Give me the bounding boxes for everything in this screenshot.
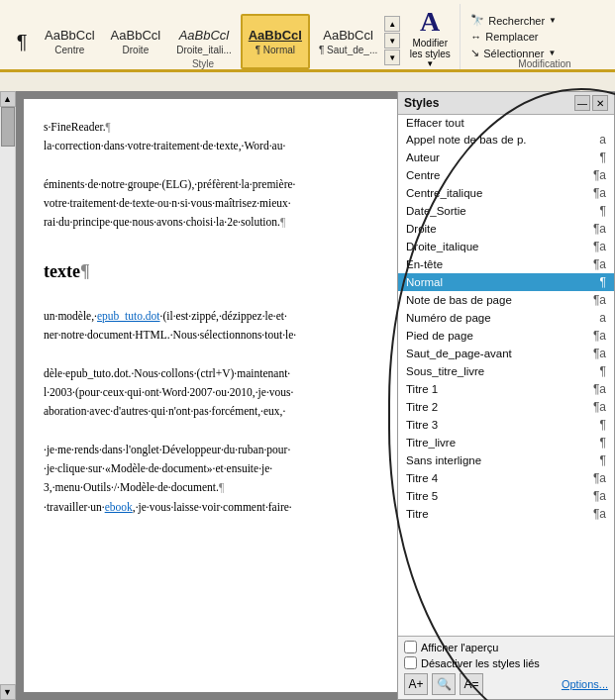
- styles-list-item[interactable]: Sous_titre_livre¶: [398, 362, 614, 380]
- styles-list[interactable]: Effacer toutAppel note de bas de p.aAute…: [398, 115, 614, 636]
- ribbon-scroll-expand[interactable]: ▼: [384, 50, 400, 65]
- style-item-indicator: ¶a: [593, 240, 606, 253]
- styles-list-item[interactable]: Titre 5¶a: [398, 487, 614, 505]
- style-item-indicator: ¶a: [593, 186, 606, 200]
- style-item-label: Numéro de page: [406, 312, 491, 324]
- modifier-dropdown-icon: ▼: [426, 59, 434, 68]
- style-item-indicator: ¶a: [593, 222, 606, 236]
- styles-list-item[interactable]: Titre 4¶a: [398, 469, 614, 487]
- style-item-label: Droite: [406, 223, 437, 235]
- scroll-down-arrow[interactable]: ▼: [0, 684, 16, 700]
- scroll-thumb[interactable]: [1, 107, 15, 147]
- panel-close-btn[interactable]: ✕: [592, 95, 608, 111]
- remplacer-btn[interactable]: ↔ Remplacer: [468, 30, 559, 44]
- style-item-indicator: ¶a: [593, 400, 606, 414]
- new-style-icon: A+: [408, 677, 423, 691]
- style-preview-saut: AaBbCcl: [323, 28, 373, 44]
- style-item-label: Saut_de_page-avant: [406, 348, 512, 359]
- rechercher-btn[interactable]: 🔭 Rechercher ▼: [468, 13, 559, 28]
- styles-panel-header: Styles — ✕: [398, 92, 614, 115]
- style-item-label: Date_Sortie: [406, 205, 466, 217]
- ribbon: ¶ AaBbCcl Centre AaBbCcl Droite AaBbCcl …: [0, 0, 615, 71]
- rechercher-label: Rechercher: [488, 15, 545, 27]
- style-name-droite-italique: Droite_itali...: [176, 45, 232, 55]
- epub-link[interactable]: epub_tuto.dot: [97, 310, 160, 322]
- style-item-label: Titre 2: [406, 401, 438, 413]
- style-name-normal: ¶ Normal: [256, 45, 295, 55]
- style-item-label: Centre: [406, 169, 441, 181]
- styles-list-item[interactable]: Centre¶a: [398, 166, 614, 184]
- styles-list-item[interactable]: Titre_livre¶: [398, 434, 614, 451]
- replace-icon: ↔: [470, 31, 481, 43]
- styles-list-item[interactable]: Date_Sortie¶: [398, 202, 614, 220]
- style-item-label: Appel note de bas de p.: [406, 134, 527, 146]
- styles-list-item[interactable]: En-tête¶a: [398, 255, 614, 273]
- styles-list-item[interactable]: Effacer tout: [398, 115, 614, 131]
- style-item-label: Titre 1: [406, 383, 438, 395]
- styles-list-item[interactable]: Pied de page¶a: [398, 327, 614, 345]
- styles-list-item[interactable]: Droite¶a: [398, 220, 614, 238]
- style-item-label: Auteur: [406, 151, 440, 163]
- new-style-btn[interactable]: A+: [404, 673, 428, 695]
- styles-footer-buttons: A+ 🔍 A= Options...: [404, 673, 608, 695]
- styles-list-item[interactable]: Normal¶: [398, 273, 614, 291]
- style-item-indicator: ¶: [600, 453, 606, 467]
- disable-styles-checkbox-input[interactable]: [404, 656, 417, 669]
- styles-list-item[interactable]: Titre¶a: [398, 505, 614, 523]
- scroll-track: [0, 107, 15, 684]
- style-item-indicator: ¶a: [593, 489, 606, 503]
- disable-styles-checkbox[interactable]: Désactiver les styles liés: [404, 656, 608, 669]
- style-item-label: Titre_livre: [406, 437, 456, 449]
- style-item-indicator: ¶a: [593, 347, 606, 360]
- ribbon-scroll-up[interactable]: ▲: [384, 16, 400, 32]
- selectionner-label: Sélectionner: [483, 48, 544, 59]
- ribbon-modifier-btn[interactable]: A Modifierles styles ▼: [400, 4, 460, 69]
- style-item-indicator: ¶a: [593, 168, 606, 182]
- style-item-label: Titre: [406, 508, 429, 520]
- style-item-indicator: ¶: [600, 436, 606, 450]
- ebook-link[interactable]: ebook: [105, 501, 133, 513]
- styles-list-item[interactable]: Titre 2¶a: [398, 398, 614, 416]
- disable-styles-label: Désactiver les styles liés: [421, 657, 540, 669]
- style-item-indicator: ¶a: [593, 382, 606, 396]
- scroll-up-arrow[interactable]: ▲: [0, 91, 16, 107]
- preview-checkbox-label: Afficher l'aperçu: [421, 642, 498, 653]
- rechercher-dropdown: ▼: [549, 16, 557, 25]
- modifier-label: Modifierles styles: [410, 38, 451, 59]
- style-item-indicator: ¶: [600, 275, 606, 289]
- inspect-style-btn[interactable]: 🔍: [432, 673, 456, 695]
- styles-list-item[interactable]: Titre 1¶a: [398, 380, 614, 398]
- styles-list-item[interactable]: Auteur¶: [398, 149, 614, 166]
- styles-list-item[interactable]: Titre 3¶: [398, 416, 614, 434]
- styles-panel-controls: — ✕: [574, 95, 608, 111]
- style-item-label: Normal: [406, 276, 443, 288]
- style-item-label: Titre 4: [406, 472, 438, 484]
- style-item-indicator: a: [599, 311, 606, 325]
- preview-checkbox-input[interactable]: [404, 641, 417, 653]
- style-item-indicator: ¶: [600, 204, 606, 218]
- style-item-label: Note de bas de page: [406, 294, 512, 306]
- preview-checkbox[interactable]: Afficher l'aperçu: [404, 641, 608, 653]
- styles-list-item[interactable]: Saut_de_page-avant¶a: [398, 345, 614, 362]
- style-item-label: Sans interligne: [406, 454, 481, 466]
- style-item-label: Pied de page: [406, 330, 473, 342]
- style-preview-normal: AaBbCcl: [249, 28, 302, 44]
- doc-scrollbar-left[interactable]: ▲ ▼: [0, 91, 16, 700]
- styles-list-item[interactable]: Appel note de bas de p.a: [398, 131, 614, 149]
- options-link[interactable]: Options...: [562, 678, 608, 690]
- selectionner-dropdown: ▼: [548, 49, 556, 57]
- styles-list-item[interactable]: Numéro de pagea: [398, 309, 614, 327]
- ribbon-scroll-down[interactable]: ▼: [384, 33, 400, 49]
- style-item-label: Effacer tout: [406, 117, 464, 129]
- styles-panel-title: Styles: [404, 96, 439, 110]
- manage-icon: A=: [463, 677, 478, 691]
- styles-list-item[interactable]: Droite_italique¶a: [398, 238, 614, 255]
- styles-list-item[interactable]: Sans interligne¶: [398, 451, 614, 469]
- panel-minimize-btn[interactable]: —: [574, 95, 590, 111]
- styles-list-item[interactable]: Centre_italique¶a: [398, 184, 614, 202]
- styles-list-item[interactable]: Note de bas de page¶a: [398, 291, 614, 309]
- section-bar: [0, 71, 615, 91]
- style-name-saut: ¶ Saut_de_...: [319, 45, 377, 55]
- style-item-label: Titre 5: [406, 490, 438, 502]
- manage-styles-btn[interactable]: A=: [460, 673, 483, 695]
